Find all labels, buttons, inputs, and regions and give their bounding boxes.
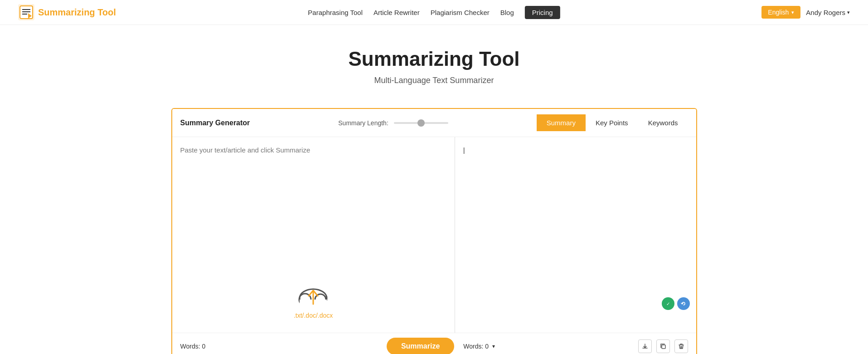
grammar-icon[interactable]: ✓ [662,297,674,310]
generator-label: Summary Generator [180,119,250,127]
input-pane: .txt/.doc/.docx [172,137,455,333]
chevron-down-icon: ▾ [791,10,794,15]
tabs: Summary Key Points Keywords [537,114,688,131]
download-button[interactable] [638,339,652,353]
nav: Paraphrasing Tool Article Rewriter Plagi… [308,6,560,19]
footer-right: Words: 0 ▾ [454,339,688,353]
language-label: English [768,9,789,16]
language-button[interactable]: English ▾ [761,6,800,19]
nav-paraphrasing-tool[interactable]: Paraphrasing Tool [308,9,363,16]
summary-length-control: Summary Length: [338,119,448,127]
nav-plagiarism-checker[interactable]: Plagiarism Checker [431,9,490,16]
summary-length-label: Summary Length: [338,119,388,127]
header-right: English ▾ Andy Rogers ▾ [761,6,850,19]
refresh-icon[interactable] [677,297,690,310]
hero-section: Summarizing Tool Multi-Language Text Sum… [0,25,868,99]
upload-area[interactable]: .txt/.doc/.docx [172,273,455,333]
logo-icon [18,4,34,20]
tool-header: Summary Generator Summary Length: Summar… [172,109,696,137]
user-menu[interactable]: Andy Rogers ▾ [806,9,850,16]
cloud-upload-icon [295,282,331,312]
word-count-output: Words: 0 ▾ [463,343,495,350]
input-textarea[interactable] [172,137,455,273]
word-count-input: Words: 0 [180,343,206,350]
tool-wrapper: Summary Generator Summary Length: Summar… [158,108,711,354]
nav-article-rewriter[interactable]: Article Rewriter [373,9,420,16]
logo[interactable]: Summarizing Tool [18,4,116,20]
header: Summarizing Tool Paraphrasing Tool Artic… [0,0,868,25]
hero-title: Summarizing Tool [9,48,859,70]
user-chevron-icon: ▾ [847,10,850,15]
copy-button[interactable] [656,339,670,353]
tool-footer: Words: 0 Summarize Words: 0 ▾ [172,333,696,354]
tab-summary[interactable]: Summary [537,114,586,131]
slider-thumb[interactable] [417,119,425,127]
nav-pricing[interactable]: Pricing [525,6,560,19]
tool-box: Summary Generator Summary Length: Summar… [171,108,697,354]
summary-length-slider[interactable] [394,122,448,124]
logo-text: Summarizing Tool [38,7,116,18]
svg-text:✓: ✓ [666,301,670,306]
output-pane: | ✓ [455,137,696,333]
delete-button[interactable] [674,339,688,353]
user-name-label: Andy Rogers [806,9,845,16]
nav-blog[interactable]: Blog [500,9,514,16]
output-textarea[interactable]: | [455,137,696,333]
summarize-button[interactable]: Summarize [387,338,454,354]
footer-left: Words: 0 Summarize [180,338,455,354]
tab-keywords[interactable]: Keywords [638,114,688,131]
footer-action-icons [638,339,688,353]
svg-rect-14 [662,345,665,349]
upload-label: .txt/.doc/.docx [294,312,333,319]
word-count-chevron-icon[interactable]: ▾ [492,343,495,349]
tool-body: .txt/.doc/.docx | ✓ [172,137,696,333]
tab-key-points[interactable]: Key Points [586,114,638,131]
hero-subtitle: Multi-Language Text Summarizer [9,76,859,85]
output-icons: ✓ [662,297,690,310]
